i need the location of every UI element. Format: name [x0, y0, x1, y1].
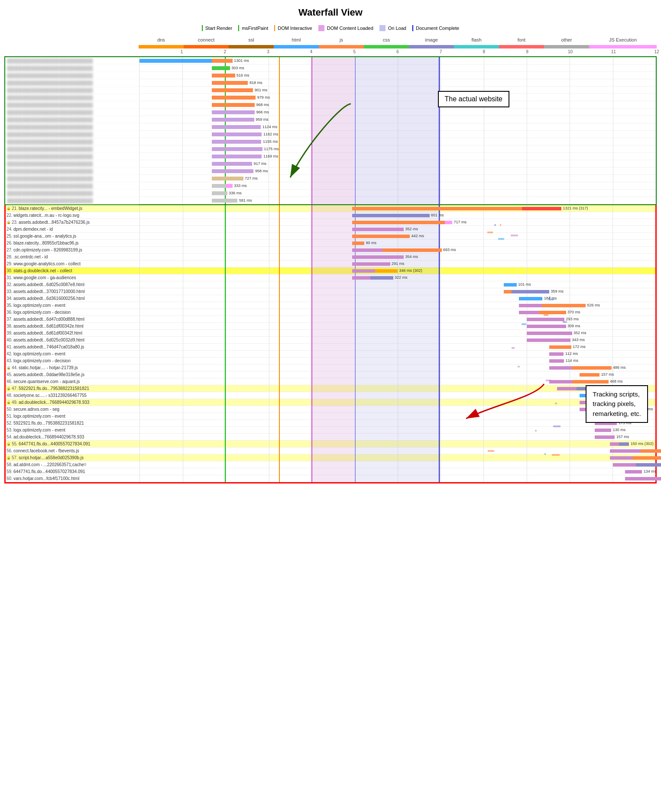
tracking-url-cell-25: 46. secure.quantserve.com - aquant.js [6, 378, 139, 385]
legend-start-render: Start Render [202, 25, 232, 31]
tracking-url-cell-9: 30. stats.g.doubleclick.net - collect [6, 267, 139, 274]
tracking-url-cell-18: 39. assets.adobedt...6d61df00342f.html [6, 330, 139, 337]
top-url-cell-13: ████████████████████████████ [5, 153, 139, 160]
tracking-url-cell-12: 33. assets.adobedt...370017710000.html [6, 288, 139, 295]
tracking-section: 🔒21. blaze.ratecity... - embedWidget.js2… [4, 205, 657, 483]
top-timeline-column: 1301 ms303 ms516 ms818 ms901 ms979 ms968… [139, 57, 656, 204]
tracking-url-cell-26: 🔒47. 5922921.fls.do...7953882231581821 [6, 385, 139, 392]
top-url-cell-5: ████████████████████████████ [5, 94, 139, 101]
top-url-cell-9: ████████████████████████████ [5, 123, 139, 131]
col-connect: connect [184, 37, 229, 42]
top-url-cell-1: ████████████████████████████ [5, 64, 139, 72]
tracking-url-cell-0: 🔒21. blaze.ratecity... - embedWidget.js [6, 205, 139, 212]
tracking-url-cell-32: 53. logx.optimizely.com - event [6, 427, 139, 434]
legend-msfirstpaint: msFirstPaint [238, 25, 268, 31]
tracking-url-cell-3: 24. dpm.demdex.net - id [6, 226, 139, 233]
col-css: css [364, 37, 409, 42]
tick-5: 5 [353, 49, 356, 54]
tick-12: 12 [654, 49, 659, 54]
top-url-cell-0: ████████████████████████████ [5, 57, 139, 64]
tracking-url-cell-1: 22. widgets.ratecit...m.au - rc-logo.svg [6, 212, 139, 219]
legend-dom-interactive: DOM Interactive [274, 25, 312, 31]
tick-2: 2 [224, 49, 226, 54]
top-url-cell-17: ████████████████████████████ [5, 182, 139, 190]
col-html: html [274, 37, 319, 42]
tracking-url-cell-8: 29. www.google-analytics.com - collect [6, 261, 139, 267]
tracking-url-cell-28: 🔒49. ad.doubleclick...7668944029678.933 [6, 399, 139, 406]
top-url-cell-14: ████████████████████████████ [5, 160, 139, 168]
col-flash: flash [454, 37, 499, 42]
tracking-url-cell-16: 37. assets.adobedt...6d47cd00d888.html [6, 316, 139, 323]
tracking-url-cell-36: 🔒57. script.hotjar....a558e0d025390b.js [6, 454, 139, 461]
tracking-url-cell-23: 🔒44. static.hotjar.... - hotjar-21739.js [6, 364, 139, 371]
legend-document-complete: Document Complete [412, 25, 459, 31]
tick-4: 4 [310, 49, 313, 54]
tracking-url-cell-30: 51. logx.optimizely.com - event [6, 413, 139, 420]
tracking-url-cell-21: 42. logx.optimizely.com - event [6, 351, 139, 358]
tick-10: 10 [568, 49, 573, 54]
tracking-url-cell-2: 🔒23. assets.adobedt...8457a7b2476236.js [6, 219, 139, 226]
col-js: js [319, 37, 364, 42]
tick-8: 8 [483, 49, 485, 54]
tracking-url-cell-24: 45. assets.adobedt...0ddae98e318e5e.js [6, 371, 139, 378]
top-url-cell-10: ████████████████████████████ [5, 131, 139, 138]
tracking-url-cell-15: 36. logx.optimizely.com - decision [6, 309, 139, 316]
tracking-url-cell-34: 🔒55. 6447741.fls.do...4400557027834.091 [6, 441, 139, 448]
top-url-cell-15: ████████████████████████████ [5, 168, 139, 175]
col-jsexec: JS Execution [589, 37, 657, 42]
legend-dom-content-loaded: DOM Content Loaded [318, 25, 373, 31]
page-title: Waterfall View [0, 0, 661, 23]
top-url-column: ████████████████████████████████████████… [5, 57, 139, 204]
tracking-annotation: Tracking scripts,tracking pixels,remarke… [586, 385, 648, 423]
top-url-cell-4: ████████████████████████████ [5, 87, 139, 94]
top-url-cell-7: ████████████████████████████ [5, 109, 139, 116]
actual-website-annotation: The actual website [438, 91, 509, 107]
col-ssl: ssl [229, 37, 274, 42]
tracking-url-cell-38: 59. 6447741.fls.do...4400557027834.091 [6, 468, 139, 475]
tracking-url-column: 🔒21. blaze.ratecity... - embedWidget.js2… [6, 205, 140, 482]
tracking-url-cell-13: 34. assets.adobedt...6d3616000256.html [6, 295, 139, 302]
top-section: ████████████████████████████████████████… [4, 56, 657, 205]
tracking-url-cell-14: 35. logx.optimizely.com - event [6, 302, 139, 309]
legend-on-load: On Load [379, 25, 406, 31]
tracking-url-cell-5: 26. blaze.ratecity...80955cf1bbac96.js [6, 240, 139, 247]
col-font: font [499, 37, 544, 42]
tracking-url-cell-39: 60. vars.hotjar.com...fcb4f17100c.html [6, 475, 139, 482]
tracking-url-cell-11: 32. assets.adobedt...6d025c0087e8.html [6, 281, 139, 288]
col-dns: dns [139, 37, 184, 42]
top-url-cell-18: ████████████████████████████ [5, 190, 139, 197]
top-url-cell-6: ████████████████████████████ [5, 101, 139, 109]
tick-6: 6 [396, 49, 399, 54]
col-other: other [544, 37, 589, 42]
tracking-url-cell-6: 27. cdn.optimizely.com - 8269983199.js [6, 247, 139, 254]
tick-11: 11 [611, 49, 616, 54]
tracking-url-cell-4: 25. ssl.google-ana...om - analytics.js [6, 233, 139, 240]
col-image: image [409, 37, 454, 42]
tracking-url-cell-20: 41. assets.adobedt...746d47ca018a80.js [6, 344, 139, 351]
tracking-url-cell-22: 43. logx.optimizely.com - decision [6, 358, 139, 364]
tracking-url-cell-33: 54. ad.doubleclick...7668944029678.933 [6, 434, 139, 441]
tracking-url-cell-27: 48. societyone.sc.....- s331239266467755 [6, 392, 139, 399]
top-url-cell-2: ████████████████████████████ [5, 72, 139, 79]
tick-7: 7 [440, 49, 442, 54]
tracking-url-cell-10: 31. www.google.com - ga-audiences [6, 274, 139, 281]
tracking-url-cell-19: 40. assets.adobedt...6d025c0032d9.html [6, 337, 139, 344]
legend: Start Render msFirstPaint DOM Interactiv… [0, 23, 661, 35]
tracking-url-cell-31: 52. 5922921.fls.do...7953882231581821 [6, 420, 139, 427]
tracking-url-cell-35: 56. connect.facebook.net - fbevents.js [6, 448, 139, 454]
tick-3: 3 [267, 49, 269, 54]
tracking-url-cell-29: 50. secure.adnxs.com - seg [6, 406, 139, 413]
top-url-cell-16: ████████████████████████████ [5, 175, 139, 182]
top-url-cell-12: ████████████████████████████ [5, 145, 139, 153]
tick-9: 9 [526, 49, 528, 54]
top-url-cell-8: ████████████████████████████ [5, 116, 139, 123]
tracking-url-cell-7: 28. .sc.omtrdc.net - id [6, 254, 139, 261]
tracking-url-cell-37: 58. ad.atdmt.com - ...2202663571;cache= [6, 461, 139, 468]
tracking-timeline-column: 1321 ms (317)601 ms717 ms352 ms442 ms90 … [140, 205, 655, 482]
top-url-cell-3: ████████████████████████████ [5, 79, 139, 87]
tick-1: 1 [181, 49, 183, 54]
tracking-url-cell-17: 38. assets.adobedt...6d61df00342e.html [6, 323, 139, 330]
top-url-cell-19: ████████████████████████████ [5, 197, 139, 204]
top-url-cell-11: ████████████████████████████ [5, 138, 139, 145]
